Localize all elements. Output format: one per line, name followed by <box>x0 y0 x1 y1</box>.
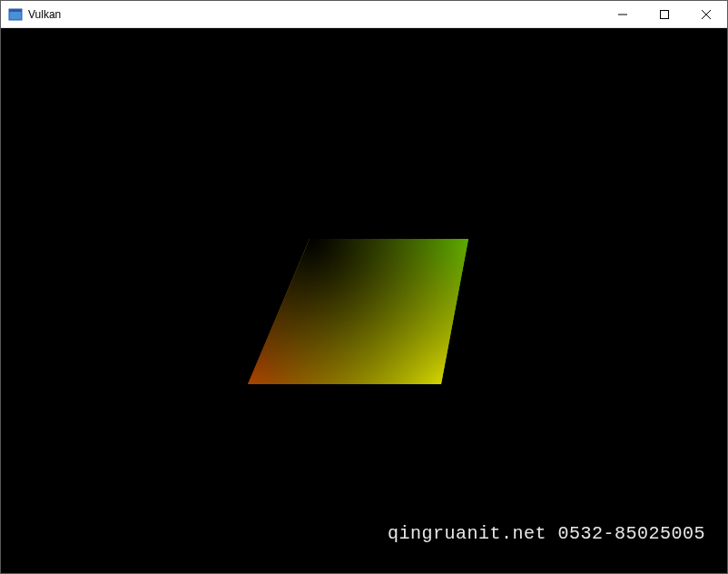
svg-rect-3 <box>661 10 669 18</box>
close-icon <box>702 10 711 19</box>
window-titlebar: Vulkan <box>1 1 727 28</box>
svg-rect-1 <box>9 9 22 12</box>
close-button[interactable] <box>685 1 727 28</box>
maximize-button[interactable] <box>644 1 685 28</box>
svg-marker-7 <box>248 239 468 384</box>
minimize-button[interactable] <box>602 1 644 28</box>
svg-marker-10 <box>248 239 468 384</box>
svg-marker-8 <box>248 239 468 384</box>
svg-marker-9 <box>248 239 468 384</box>
svg-marker-6 <box>248 239 468 384</box>
rendered-quad <box>219 221 509 402</box>
app-icon <box>8 7 23 22</box>
maximize-icon <box>660 10 669 19</box>
minimize-icon <box>618 10 627 19</box>
window-title: Vulkan <box>28 8 61 21</box>
watermark-text: qingruanit.net 0532-85025005 <box>388 523 705 544</box>
render-viewport: qingruanit.net 0532-85025005 <box>1 28 727 573</box>
